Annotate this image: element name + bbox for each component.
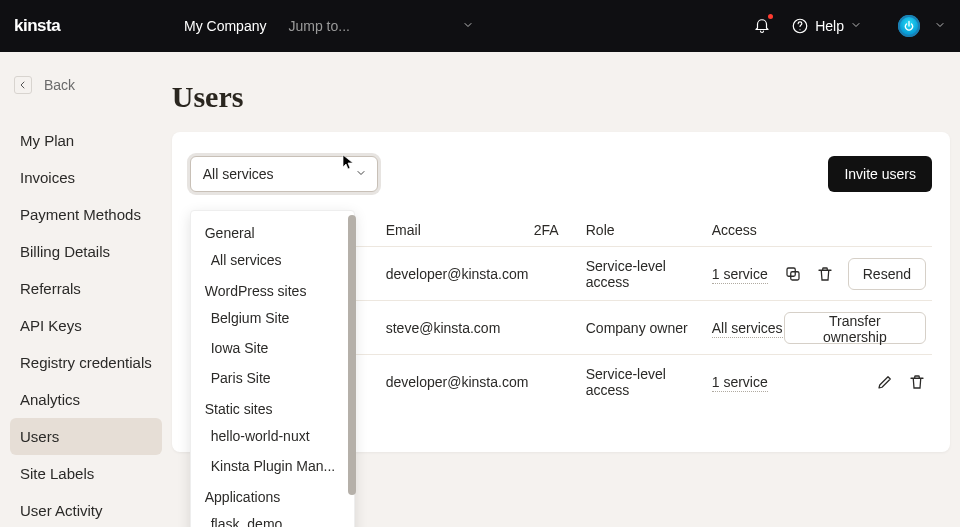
page-title: Users bbox=[172, 80, 950, 114]
trash-icon[interactable] bbox=[908, 373, 926, 391]
chevron-down-icon bbox=[355, 166, 367, 182]
sidebar-item[interactable]: Invoices bbox=[10, 159, 162, 196]
cell-email: developer@kinsta.com bbox=[386, 266, 534, 282]
dropdown-group-label: WordPress sites bbox=[191, 275, 354, 303]
sidebar-item[interactable]: Users bbox=[10, 418, 162, 455]
services-filter-label: All services bbox=[203, 166, 274, 182]
dropdown-item[interactable]: flask_demo bbox=[191, 509, 354, 527]
transfer-ownership-button[interactable]: Transfer ownership bbox=[784, 312, 926, 344]
dropdown-group-label: Applications bbox=[191, 481, 354, 509]
dropdown-item[interactable]: Iowa Site bbox=[191, 333, 354, 363]
company-name: My Company bbox=[184, 18, 266, 34]
sidebar-item[interactable]: Site Labels bbox=[10, 455, 162, 492]
main-content: Users All services Invite users Name Ema… bbox=[172, 52, 960, 527]
col-email: Email bbox=[386, 222, 534, 238]
cell-access[interactable]: 1 service bbox=[712, 266, 768, 284]
chevron-down-icon bbox=[462, 18, 474, 34]
users-panel: All services Invite users Name Email 2FA… bbox=[172, 132, 950, 452]
sidebar-item[interactable]: Registry credentials bbox=[10, 344, 162, 381]
help-label: Help bbox=[815, 18, 844, 34]
back-link[interactable]: Back bbox=[10, 70, 162, 108]
sidebar-item[interactable]: My Plan bbox=[10, 122, 162, 159]
cell-email: developer@kinsta.com bbox=[386, 374, 534, 390]
sidebar: Back My PlanInvoicesPayment MethodsBilli… bbox=[0, 52, 172, 527]
sidebar-item[interactable]: Payment Methods bbox=[10, 196, 162, 233]
copy-icon[interactable] bbox=[784, 265, 802, 283]
col-2fa: 2FA bbox=[534, 222, 586, 238]
notifications-icon[interactable] bbox=[753, 16, 771, 37]
help-menu[interactable]: Help bbox=[791, 17, 862, 35]
back-label: Back bbox=[44, 77, 75, 93]
cell-role: Service-level access bbox=[586, 258, 712, 290]
invite-users-button[interactable]: Invite users bbox=[828, 156, 932, 192]
company-switcher[interactable]: My Company Jump to... bbox=[184, 18, 474, 34]
chevron-down-icon bbox=[850, 18, 862, 34]
col-access: Access bbox=[712, 222, 784, 238]
dropdown-group-label: Static sites bbox=[191, 393, 354, 421]
resend-button[interactable]: Resend bbox=[848, 258, 926, 290]
dropdown-item[interactable]: Kinsta Plugin Man... bbox=[191, 451, 354, 481]
sidebar-item[interactable]: User Activity bbox=[10, 492, 162, 527]
arrow-left-icon bbox=[14, 76, 32, 94]
avatar[interactable] bbox=[898, 15, 920, 37]
cell-role: Company owner bbox=[586, 320, 712, 336]
dropdown-item[interactable]: hello-world-nuxt bbox=[191, 421, 354, 451]
logo: kinsta bbox=[14, 16, 184, 36]
sidebar-item[interactable]: Analytics bbox=[10, 381, 162, 418]
cell-access[interactable]: 1 service bbox=[712, 374, 768, 392]
sidebar-item[interactable]: Referrals bbox=[10, 270, 162, 307]
cell-role: Service-level access bbox=[586, 366, 712, 398]
trash-icon[interactable] bbox=[816, 265, 834, 283]
col-role: Role bbox=[586, 222, 712, 238]
dropdown-item[interactable]: All services bbox=[191, 245, 354, 275]
dropdown-item[interactable]: Paris Site bbox=[191, 363, 354, 393]
cell-email: steve@kinsta.com bbox=[386, 320, 534, 336]
cell-access[interactable]: All services bbox=[712, 320, 783, 338]
topbar: kinsta My Company Jump to... Help bbox=[0, 0, 960, 52]
scrollbar[interactable] bbox=[348, 215, 356, 495]
sidebar-item[interactable]: Billing Details bbox=[10, 233, 162, 270]
services-filter-dropdown[interactable]: GeneralAll servicesWordPress sitesBelgiu… bbox=[190, 210, 355, 527]
dropdown-item[interactable]: Belgium Site bbox=[191, 303, 354, 333]
chevron-down-icon[interactable] bbox=[934, 18, 946, 34]
jump-placeholder: Jump to... bbox=[288, 18, 349, 34]
services-filter[interactable]: All services bbox=[190, 156, 378, 192]
sidebar-item[interactable]: API Keys bbox=[10, 307, 162, 344]
dropdown-group-label: General bbox=[191, 217, 354, 245]
edit-icon[interactable] bbox=[876, 373, 894, 391]
